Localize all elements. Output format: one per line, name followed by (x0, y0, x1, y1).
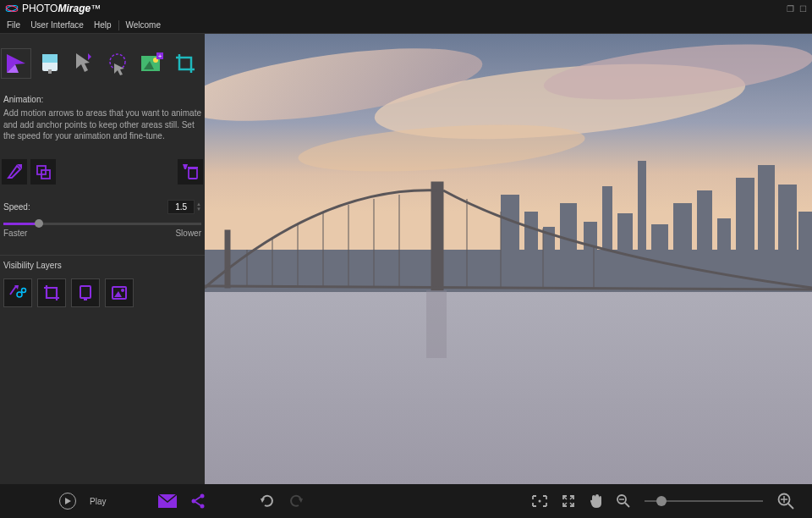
visibility-image-btn[interactable] (105, 278, 134, 307)
bottom-bar: Play (0, 484, 812, 518)
svg-rect-54 (225, 230, 230, 288)
sub-tool-row (0, 154, 205, 190)
sidebar-divider (0, 255, 205, 256)
svg-marker-8 (88, 53, 91, 60)
svg-rect-38 (524, 212, 538, 288)
anchor-tool[interactable] (36, 49, 64, 78)
arrow-selected-tool[interactable] (2, 159, 27, 185)
svg-rect-51 (778, 185, 797, 288)
animation-title: Animation: (0, 93, 205, 106)
svg-rect-35 (205, 288, 812, 484)
speed-spinner[interactable]: ▲▼ (196, 201, 201, 212)
svg-rect-48 (717, 218, 731, 288)
zoom-slider[interactable] (645, 500, 763, 502)
svg-rect-20 (189, 168, 197, 179)
visibility-title: Visibility Layers (0, 259, 205, 272)
svg-marker-76 (299, 499, 303, 503)
svg-line-86 (788, 504, 793, 509)
visibility-arrows-btn[interactable] (3, 278, 32, 307)
svg-line-73 (195, 497, 200, 500)
speed-row: Speed: 1.5 ▲▼ (0, 190, 205, 218)
svg-marker-75 (261, 499, 265, 503)
fullscreen-icon[interactable] (562, 494, 575, 508)
svg-point-29 (121, 289, 124, 292)
svg-rect-26 (84, 297, 87, 300)
svg-rect-52 (798, 212, 812, 288)
email-icon[interactable] (158, 494, 177, 508)
svg-marker-10 (114, 63, 124, 75)
svg-rect-53 (431, 182, 443, 290)
window-controls: ❐ ☐ (787, 4, 807, 14)
duplicate-tool[interactable] (30, 159, 56, 185)
menu-user-interface[interactable]: User Interface (25, 19, 89, 31)
zoom-out-icon[interactable] (616, 493, 631, 509)
menu-help[interactable]: Help (89, 19, 117, 31)
fit-screen-icon[interactable] (531, 494, 548, 508)
canvas-image (205, 34, 812, 484)
pan-hand-icon[interactable] (589, 493, 602, 509)
speed-slider[interactable] (3, 223, 201, 225)
speed-slower-label: Slower (175, 229, 201, 238)
svg-marker-68 (65, 498, 71, 504)
svg-rect-21 (188, 167, 198, 168)
share-icon[interactable] (190, 493, 206, 509)
redo-icon[interactable] (288, 493, 305, 510)
speed-label: Speed: (3, 202, 30, 212)
svg-point-77 (539, 500, 541, 503)
svg-marker-19 (183, 164, 188, 169)
svg-point-23 (17, 292, 22, 297)
menu-bar: File User Interface Help Welcome (0, 17, 812, 34)
svg-rect-40 (560, 203, 577, 288)
svg-line-78 (564, 497, 567, 499)
svg-rect-43 (617, 213, 633, 288)
visibility-mask-btn[interactable] (71, 278, 100, 307)
menu-welcome[interactable]: Welcome (121, 19, 167, 31)
delete-tool[interactable] (178, 159, 203, 185)
svg-rect-41 (584, 222, 597, 288)
svg-rect-6 (48, 69, 52, 74)
restore-window-icon[interactable]: ❐ (787, 4, 794, 14)
svg-rect-49 (736, 178, 754, 288)
maximize-window-icon[interactable]: ☐ (799, 4, 807, 14)
sidebar: + Animation: Add motion arrows to areas … (0, 34, 205, 484)
menu-divider (118, 20, 119, 30)
speed-faster-label: Faster (3, 229, 27, 238)
mask-tool[interactable]: + (137, 49, 166, 78)
svg-line-83 (625, 503, 629, 507)
svg-rect-47 (697, 190, 712, 288)
svg-text:+: + (158, 52, 162, 60)
svg-rect-37 (501, 195, 519, 288)
svg-rect-5 (42, 54, 58, 63)
app-title: PHOTOMirage™ (22, 3, 101, 14)
visibility-row (0, 272, 205, 314)
speed-slider-labels: Faster Slower (0, 227, 205, 251)
svg-rect-44 (638, 161, 646, 288)
speed-slider-thumb[interactable] (35, 219, 43, 228)
svg-line-80 (564, 503, 567, 505)
zoom-slider-thumb[interactable] (656, 496, 667, 506)
svg-point-24 (22, 288, 26, 292)
svg-marker-7 (76, 53, 90, 72)
visibility-crop-btn[interactable] (37, 278, 66, 307)
motion-arrow-tool[interactable] (2, 49, 30, 78)
svg-rect-67 (426, 290, 447, 358)
svg-rect-42 (602, 186, 612, 288)
svg-rect-45 (651, 224, 668, 288)
svg-rect-25 (80, 286, 91, 298)
undo-icon[interactable] (258, 493, 275, 510)
svg-rect-50 (758, 165, 775, 288)
zoom-in-icon[interactable] (776, 492, 795, 510)
canvas[interactable] (205, 34, 812, 484)
play-button[interactable] (59, 493, 76, 510)
play-label: Play (90, 497, 106, 506)
app-logo: PHOTOMirage™ (5, 2, 101, 15)
select-anchor-tool[interactable] (103, 49, 132, 78)
menu-file[interactable]: File (2, 19, 25, 31)
crop-tool[interactable] (171, 49, 200, 78)
select-arrow-tool[interactable] (69, 49, 98, 78)
main-tool-row: + (0, 34, 205, 93)
svg-line-74 (195, 502, 200, 505)
speed-value[interactable]: 1.5 (167, 200, 195, 214)
svg-rect-46 (673, 203, 692, 288)
main-area: + Animation: Add motion arrows to areas … (0, 34, 812, 484)
